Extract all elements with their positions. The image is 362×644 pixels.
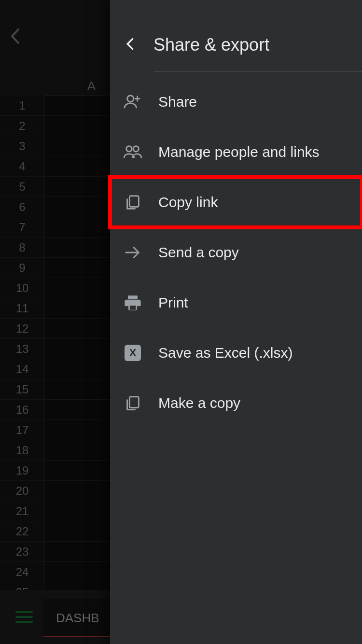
excel-icon: X: [124, 344, 142, 362]
panel-title: Share & export: [153, 35, 269, 55]
make-copy-icon: [124, 394, 142, 412]
menu-label: Manage people and links: [158, 144, 320, 160]
back-chevron-icon[interactable]: [10, 28, 20, 48]
row-number: 3: [0, 136, 44, 156]
menu-item-manage[interactable]: Manage people and links: [110, 127, 362, 177]
svg-point-1: [126, 146, 132, 152]
menu-label: Copy link: [158, 194, 218, 210]
row-number: 22: [0, 521, 44, 541]
menu-item-make-copy[interactable]: Make a copy: [110, 378, 362, 428]
row-number: 17: [0, 420, 44, 440]
menu-label: Print: [158, 294, 188, 311]
row-number: 14: [0, 359, 44, 379]
row-number: 24: [0, 562, 44, 582]
divider: [154, 71, 362, 72]
menu-item-print[interactable]: Print: [110, 278, 362, 328]
panel-back-icon[interactable]: [124, 37, 137, 53]
row-number: 13: [0, 339, 44, 359]
share-export-panel: Share & export Share Manage people and l…: [110, 0, 362, 644]
menu-item-copy-link[interactable]: Copy link: [110, 177, 362, 227]
menu-label: Make a copy: [158, 395, 240, 411]
menu-item-send-copy[interactable]: Send a copy: [110, 227, 362, 278]
svg-rect-4: [129, 306, 136, 310]
person-add-icon: [124, 93, 142, 111]
copy-link-icon: [124, 193, 142, 211]
row-number: 16: [0, 400, 44, 420]
row-number: 2: [0, 116, 44, 136]
print-icon: [124, 294, 142, 312]
row-number: 12: [0, 319, 44, 338]
row-number: 6: [0, 197, 44, 217]
row-number: 4: [0, 156, 44, 176]
row-number: 15: [0, 379, 44, 399]
menu-list: Share Manage people and links Copy link …: [110, 77, 362, 428]
people-icon: [124, 143, 142, 161]
svg-rect-3: [129, 196, 139, 207]
row-number: 20: [0, 481, 44, 501]
sheet-tab[interactable]: DASHB: [43, 599, 112, 637]
row-number: 10: [0, 278, 44, 298]
row-number: 8: [0, 238, 44, 257]
row-number: 21: [0, 501, 44, 521]
row-number: 23: [0, 542, 44, 561]
row-number: 19: [0, 461, 44, 480]
hamburger-icon[interactable]: [5, 611, 43, 623]
send-arrow-icon: [124, 243, 142, 262]
row-number: 7: [0, 217, 44, 237]
sheet-tab-label: DASHB: [56, 611, 99, 626]
menu-label: Send a copy: [158, 244, 239, 261]
menu-label: Save as Excel (.xlsx): [158, 345, 292, 361]
menu-label: Share: [158, 94, 197, 110]
menu-item-share[interactable]: Share: [110, 77, 362, 127]
row-number: 11: [0, 298, 44, 318]
row-number: 1: [0, 96, 44, 115]
menu-item-save-excel[interactable]: X Save as Excel (.xlsx): [110, 328, 362, 378]
svg-rect-5: [129, 397, 139, 408]
row-number: 5: [0, 177, 44, 196]
row-number: 18: [0, 440, 44, 460]
svg-point-0: [127, 96, 134, 102]
svg-point-2: [133, 146, 139, 152]
row-number: 9: [0, 258, 44, 278]
